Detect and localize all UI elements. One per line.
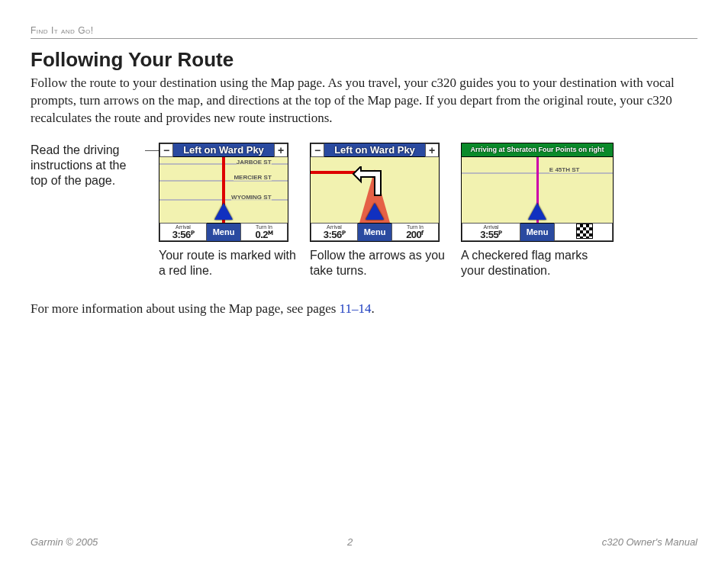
vehicle-icon [528, 203, 546, 220]
road-label: JARBOE ST [237, 159, 272, 166]
figure-caption: Your route is marked with a red line. [159, 248, 296, 278]
side-note: Read the driving instructions at the top… [31, 143, 145, 188]
menu-button[interactable]: Menu [520, 223, 554, 241]
zoom-out-icon[interactable]: − [311, 143, 324, 157]
side-note-text: Read the driving instructions at the top… [31, 143, 126, 187]
arrival-value: 3:55ᴾ [480, 230, 502, 240]
footer-page-number: 2 [347, 536, 353, 548]
flag-cell[interactable] [554, 223, 613, 241]
intro-paragraph: Follow the route to your destination usi… [31, 75, 697, 127]
arrival-cell[interactable]: Arrival 3:56ᴾ [311, 223, 358, 241]
map-area[interactable] [311, 157, 439, 223]
more-info-pre: For more information about using the Map… [31, 301, 340, 316]
checkered-flag-icon [576, 224, 593, 239]
arrival-cell[interactable]: Arrival 3:55ᴾ [462, 223, 520, 241]
turnin-value: 0.2ᴹ [255, 230, 272, 240]
figure-caption: Follow the arrows as you take turns. [310, 248, 447, 278]
gps-screen-1: − Left on Ward Pky + JARBOE ST MERCIER S… [159, 143, 288, 242]
direction-bar: Arriving at Sheraton Four Points on righ… [462, 143, 613, 157]
more-info-post: . [371, 301, 374, 316]
menu-button[interactable]: Menu [207, 223, 240, 241]
map-area[interactable]: JARBOE ST MERCIER ST WYOMING ST [159, 157, 288, 223]
figure-caption: A checkered flag marks your destination. [461, 248, 614, 278]
turnin-cell[interactable]: Turn In 200ᶠ [391, 223, 439, 241]
zoom-in-icon[interactable]: + [425, 143, 439, 157]
page-link[interactable]: 11–14 [340, 301, 372, 316]
turnin-value: 200ᶠ [406, 230, 424, 240]
arrival-cell[interactable]: Arrival 3:56ᴾ [159, 223, 207, 241]
map-area[interactable]: E 45TH ST [462, 157, 613, 223]
figures-row: Read the driving instructions at the top… [31, 143, 697, 278]
road-label: MERCIER ST [234, 174, 271, 181]
gps-screen-2: − Left on Ward Pky + Arrival 3:56ᴾ Menu [310, 143, 440, 242]
zoom-in-icon[interactable]: + [274, 143, 288, 157]
vehicle-icon [214, 203, 233, 220]
turn-arrow-icon [352, 166, 390, 197]
more-info: For more information about using the Map… [31, 301, 697, 317]
figure-3: Arriving at Sheraton Four Points on righ… [461, 143, 614, 278]
footer-right: c320 Owner's Manual [602, 536, 697, 548]
gps-screen-3: Arriving at Sheraton Four Points on righ… [461, 143, 614, 242]
zoom-out-icon[interactable]: − [159, 143, 173, 157]
vehicle-icon [366, 203, 384, 220]
arrival-value: 3:56ᴾ [324, 230, 346, 240]
direction-bar: Left on Ward Pky [324, 143, 425, 157]
turnin-cell[interactable]: Turn In 0.2ᴹ [240, 223, 288, 241]
page-title: Following Your Route [31, 48, 697, 72]
direction-bar: Left on Ward Pky [173, 143, 274, 157]
footer-left: Garmin © 2005 [31, 536, 98, 548]
road-label: WYOMING ST [231, 194, 271, 201]
figure-1: − Left on Ward Pky + JARBOE ST MERCIER S… [159, 143, 296, 278]
breadcrumb: Find It and Go! [31, 25, 94, 36]
road-label: E 45TH ST [549, 166, 580, 173]
figure-2: − Left on Ward Pky + Arrival 3:56ᴾ Menu [310, 143, 447, 278]
menu-button[interactable]: Menu [358, 223, 391, 241]
arrival-value: 3:56ᴾ [172, 230, 195, 240]
page-footer: Garmin © 2005 2 c320 Owner's Manual [31, 536, 697, 548]
